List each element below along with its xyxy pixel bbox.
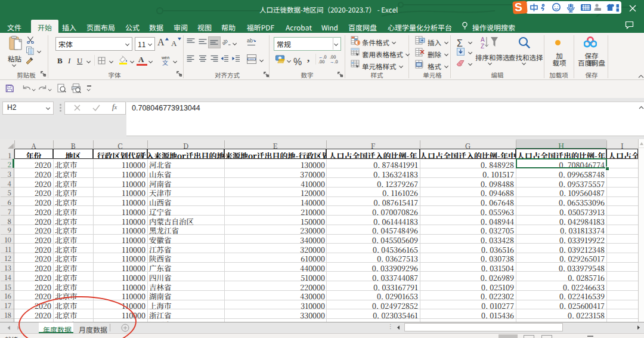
svg-text:ab: ab	[221, 38, 229, 46]
svg-text:A: A	[481, 36, 485, 43]
svg-text:ab: ab	[247, 38, 253, 44]
svg-text:Z: Z	[481, 43, 484, 49]
